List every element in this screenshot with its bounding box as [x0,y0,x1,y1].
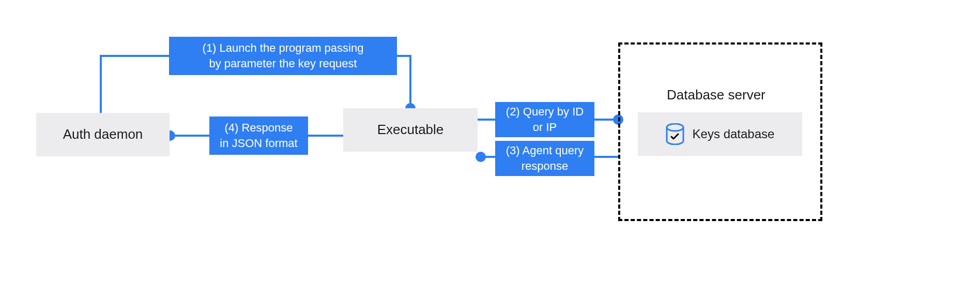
database-icon [666,123,684,145]
step-3-agent-response: (3) Agent query response [495,141,594,176]
database-server-title: Database server [667,87,765,103]
node-executable: Executable [343,108,478,152]
node-label: Executable [377,121,444,139]
svg-point-3 [476,152,486,162]
svg-point-4 [667,124,683,131]
step-label: (4) Response in JSON format [220,120,297,151]
keys-database-label: Keys database [693,127,775,141]
step-4-response: (4) Response in JSON format [209,116,308,155]
step-label: (3) Agent query response [506,143,584,173]
step-1-launch: (1) Launch the program passing by parame… [169,37,397,75]
step-label: (2) Query by ID or IP [506,104,584,135]
node-keys-database: Keys database [638,112,802,156]
node-auth-daemon: Auth daemon [36,113,170,156]
node-label: Auth daemon [63,126,143,143]
step-label: (1) Launch the program passing by parame… [203,40,364,71]
step-2-query: (2) Query by ID or IP [495,102,594,137]
